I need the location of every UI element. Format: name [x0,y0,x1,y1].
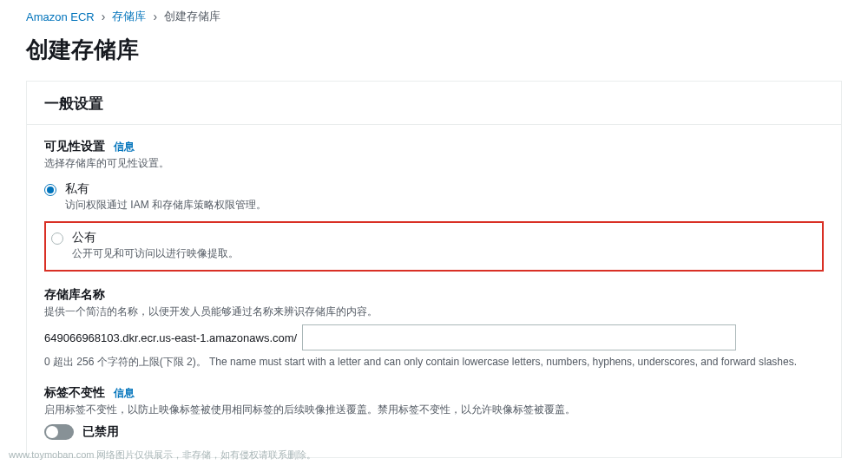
repo-name-input[interactable] [302,324,736,350]
chevron-right-icon: › [153,10,157,23]
breadcrumb-link-ecr[interactable]: Amazon ECR [26,10,95,23]
visibility-desc: 选择存储库的可见性设置。 [44,156,824,171]
radio-label: 私有 [65,181,266,197]
toggle-label: 已禁用 [82,424,119,440]
breadcrumb: Amazon ECR › 存储库 › 创建存储库 [0,0,868,31]
highlight-box: 公有 公开可见和可访问以进行映像提取。 [44,221,824,272]
panel-header: 一般设置 [27,82,841,125]
watermark: www.toymoban.com 网络图片仅供展示，非存储，如有侵权请联系删除。 [9,449,316,462]
radio-label: 公有 [72,230,239,246]
repo-name-label: 存储库名称 [44,287,105,301]
radio-sub: 访问权限通过 IAM 和存储库策略权限管理。 [65,198,266,213]
info-link[interactable]: 信息 [114,387,135,399]
radio-public[interactable]: 公有 公开可见和可访问以进行映像提取。 [51,230,817,261]
immutability-toggle-row: 已禁用 [44,424,824,440]
breadcrumb-current: 创建存储库 [164,9,220,24]
immutability-field: 标签不变性 信息 启用标签不变性，以防止映像标签被使用相同标签的后续映像推送覆盖… [44,385,824,440]
panel-body: 可见性设置 信息 选择存储库的可见性设置。 私有 访问权限通过 IAM 和存储库… [27,125,841,457]
radio-input-private[interactable] [44,184,56,196]
radio-private[interactable]: 私有 访问权限通过 IAM 和存储库策略权限管理。 [44,178,824,216]
repo-name-field: 存储库名称 提供一个简洁的名称，以便开发人员能够通过名称来辨识存储库的内容。 6… [44,287,824,370]
radio-sub: 公开可见和可访问以进行映像提取。 [72,246,239,261]
info-link[interactable]: 信息 [114,141,135,153]
panel-title: 一般设置 [44,94,824,114]
repo-name-row: 649066968103.dkr.ecr.us-east-1.amazonaws… [44,324,824,350]
repo-name-desc: 提供一个简洁的名称，以便开发人员能够通过名称来辨识存储库的内容。 [44,305,824,319]
visibility-radio-group: 私有 访问权限通过 IAM 和存储库策略权限管理。 公有 公开可见和可访问以进行… [44,178,824,272]
immutability-desc: 启用标签不变性，以防止映像标签被使用相同标签的后续映像推送覆盖。禁用标签不变性，… [44,403,824,417]
breadcrumb-link-repos[interactable]: 存储库 [112,9,146,24]
visibility-field: 可见性设置 信息 选择存储库的可见性设置。 私有 访问权限通过 IAM 和存储库… [44,139,824,272]
visibility-label: 可见性设置 [44,139,105,153]
radio-input-public[interactable] [51,232,63,245]
chevron-right-icon: › [102,10,106,23]
general-settings-panel: 一般设置 可见性设置 信息 选择存储库的可见性设置。 私有 访问权限通过 IAM… [26,81,842,458]
repo-name-prefix: 649066968103.dkr.ecr.us-east-1.amazonaws… [44,331,297,344]
page-title: 创建存储库 [0,31,868,81]
immutability-toggle[interactable] [44,424,74,440]
repo-name-hint: 0 超出 256 个字符的上限(下限 2)。 The name must sta… [44,354,824,370]
immutability-label: 标签不变性 [44,385,105,399]
